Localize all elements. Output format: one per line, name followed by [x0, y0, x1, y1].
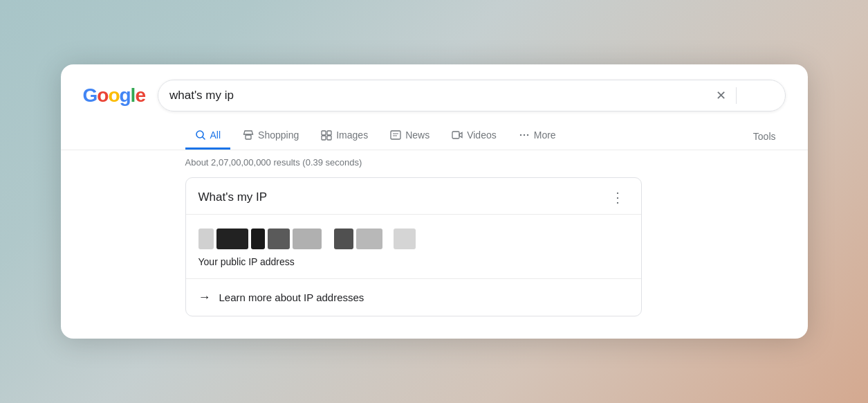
images-tab-icon	[321, 129, 332, 141]
svg-rect-8	[322, 136, 326, 140]
videos-tab-icon	[452, 129, 463, 141]
ip-block-5	[293, 229, 322, 249]
google-logo: Google	[83, 84, 145, 107]
ip-block-4	[268, 229, 290, 249]
search-box-icons: ✕	[713, 85, 774, 106]
ip-block-6	[334, 229, 353, 249]
ip-block-1	[198, 229, 214, 249]
ip-content: Your public IP address	[198, 229, 416, 267]
svg-rect-10	[391, 131, 400, 139]
search-bar-row: Google ✕	[61, 64, 808, 111]
lens-button[interactable]	[756, 93, 761, 98]
ip-display-area: Your public IP address	[186, 215, 641, 279]
tab-all[interactable]: All	[185, 123, 231, 150]
svg-point-14	[520, 134, 521, 136]
arrow-icon: →	[198, 290, 211, 305]
snippet-title: What's my IP	[198, 190, 268, 204]
svg-point-16	[527, 134, 528, 136]
ip-blocks-row	[198, 229, 416, 249]
browser-window: Google ✕	[61, 64, 808, 339]
tab-images[interactable]: Images	[311, 123, 378, 150]
snippet-header: What's my IP ⋮	[186, 178, 641, 215]
tools-button[interactable]: Tools	[744, 124, 786, 149]
tab-more-label: More	[534, 129, 556, 141]
ip-block-8	[394, 229, 416, 249]
results-count: About 2,07,00,00,000 results (0.39 secon…	[61, 150, 808, 174]
tab-images-label: Images	[336, 129, 368, 141]
svg-rect-6	[322, 131, 326, 135]
clear-button[interactable]: ✕	[713, 85, 729, 106]
all-tab-icon	[195, 129, 206, 141]
ip-block-3	[251, 229, 265, 249]
tab-videos[interactable]: Videos	[442, 123, 506, 150]
svg-point-15	[524, 134, 525, 136]
shopping-tab-icon	[243, 129, 254, 141]
ip-block-7	[356, 229, 382, 249]
svg-rect-13	[452, 132, 459, 138]
svg-line-4	[203, 137, 205, 139]
divider	[736, 87, 737, 104]
tab-more[interactable]: More	[509, 123, 566, 150]
search-box[interactable]: ✕	[158, 80, 786, 111]
tabs-row: All Shopping Images News	[61, 117, 808, 150]
tab-news[interactable]: News	[380, 123, 439, 150]
news-tab-icon	[390, 129, 401, 141]
tab-videos-label: Videos	[467, 129, 497, 141]
svg-rect-7	[327, 131, 331, 135]
tab-shopping[interactable]: Shopping	[233, 123, 308, 150]
clear-icon: ✕	[716, 88, 726, 103]
tab-all-label: All	[210, 129, 221, 141]
learn-more-text: Learn more about IP addresses	[219, 292, 364, 303]
tab-shopping-label: Shopping	[258, 129, 299, 141]
search-input[interactable]	[169, 89, 708, 102]
ip-label: Your public IP address	[198, 252, 416, 267]
more-tab-icon	[519, 129, 530, 141]
ip-block-2	[216, 229, 248, 249]
more-options-button[interactable]: ⋮	[607, 189, 629, 206]
snippet-card: What's my IP ⋮ Your public IP	[185, 177, 642, 316]
search-button[interactable]	[768, 93, 774, 98]
mic-button[interactable]	[744, 93, 749, 98]
learn-more-row[interactable]: → Learn more about IP addresses	[186, 279, 641, 316]
svg-rect-5	[246, 135, 251, 139]
tab-news-label: News	[405, 129, 430, 141]
svg-rect-9	[327, 136, 331, 140]
